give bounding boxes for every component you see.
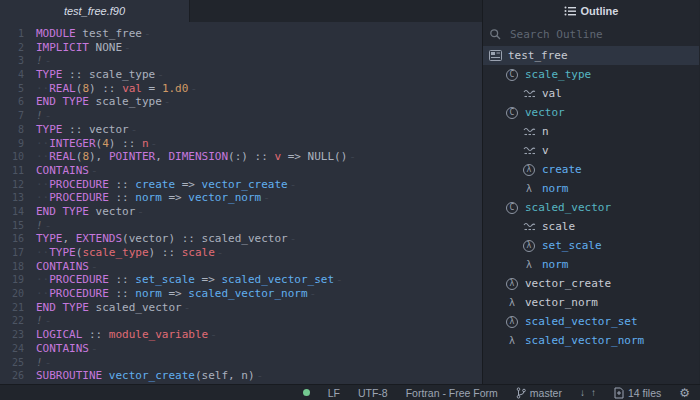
line-number: 15	[0, 219, 24, 233]
outline-item-label: scaled_vector_norm	[525, 334, 644, 347]
line-number: 9	[0, 137, 24, 151]
token-pl: ::	[109, 191, 136, 204]
token-kw: REAL	[49, 150, 76, 163]
outline-item-v[interactable]: v	[483, 141, 699, 160]
outline-item-scaled_vector_norm[interactable]: λscaled_vector_norm	[483, 331, 699, 350]
outline-item-label: v	[542, 144, 549, 157]
outline-item-scaled_vector_set[interactable]: λscaled_vector_set	[483, 312, 699, 331]
code-line-4: 4TYPE :: scale_type-	[0, 68, 482, 82]
outline-item-label: vector	[525, 106, 565, 119]
token-kw: END TYPE	[36, 301, 89, 314]
code-text: ··REAL(8) :: val = 1.d0-	[24, 82, 197, 96]
token-inv: -	[124, 41, 131, 54]
token-inv: -	[45, 109, 52, 122]
token-pl: ::	[109, 178, 136, 191]
language-indicator[interactable]: Fortran - Free Form	[406, 387, 498, 399]
code-line-23: 23LOGICAL :: module_variable-	[0, 328, 482, 342]
token-kw: EXTENDS	[76, 232, 122, 245]
token-kw: END TYPE	[36, 205, 89, 218]
outline-item-set_scale[interactable]: λset_scale	[483, 236, 699, 255]
token-kw: PROCEDURE	[49, 178, 109, 191]
linter-status-dot[interactable]	[303, 389, 310, 396]
token-inv: -	[157, 68, 164, 81]
outline-item-scale[interactable]: scale	[483, 217, 699, 236]
token-lead: ··	[36, 150, 49, 163]
file-icon	[614, 387, 624, 399]
editor-pane: test_free.f90 1MODULE test_free-2IMPLICI…	[0, 0, 483, 384]
code-editor[interactable]: 1MODULE test_free-2IMPLICIT NONE-3!-4TYP…	[0, 22, 482, 384]
outline-item-n[interactable]: n	[483, 122, 699, 141]
encoding-indicator[interactable]: UTF-8	[358, 387, 388, 399]
code-line-10: 10··REAL(8), POINTER, DIMENSION(:) :: v …	[0, 150, 482, 164]
token-kw: DIMENSION	[168, 150, 228, 163]
outline-item-label: scale	[542, 220, 575, 233]
token-pl: test_free	[76, 27, 142, 40]
outline-item-label: vector_norm	[525, 296, 598, 309]
line-number: 24	[0, 342, 24, 356]
token-kw: INTEGER	[49, 137, 95, 150]
code-text: ··REAL(8), POINTER, DIMENSION(:) :: v =>…	[24, 150, 356, 164]
lambda-icon: λ	[522, 183, 536, 194]
outline-item-vector[interactable]: Cvector	[483, 103, 699, 122]
outline-search-row	[483, 22, 699, 46]
outline-item-vector_norm[interactable]: λvector_norm	[483, 293, 699, 312]
code-line-15: 15!-	[0, 219, 482, 233]
outline-item-scale_type[interactable]: Cscale_type	[483, 65, 699, 84]
outline-item-val[interactable]: val	[483, 84, 699, 103]
git-sync-arrows[interactable]: ↓ ↑	[580, 387, 596, 398]
code-line-1: 1MODULE test_free-	[0, 27, 482, 41]
green-dot-icon	[303, 389, 310, 396]
tab-bar: test_free.f90	[0, 0, 482, 22]
token-inv: -	[257, 369, 264, 382]
outline-item-test_free[interactable]: test_free	[483, 46, 699, 65]
token-pl: ::	[109, 287, 136, 300]
code-text: ··PROCEDURE :: norm => scaled_vector_nor…	[24, 287, 316, 301]
line-ending-indicator[interactable]: LF	[328, 387, 340, 399]
search-icon	[489, 28, 502, 41]
token-inv: -	[45, 54, 52, 67]
token-num: 8	[82, 150, 89, 163]
line-number: 26	[0, 369, 24, 383]
token-lead: ··	[36, 191, 49, 204]
outline-item-vector_create[interactable]: λvector_create	[483, 274, 699, 293]
code-line-13: 13··PROCEDURE :: norm => vector_norm-	[0, 191, 482, 205]
code-line-8: 8TYPE :: vector-	[0, 123, 482, 137]
search-input[interactable]	[510, 28, 693, 41]
outline-item-label: vector_create	[525, 277, 611, 290]
code-text: ··TYPE(scale_type) :: scale-	[24, 246, 223, 260]
token-pl: NONE	[89, 41, 122, 54]
tab-test-free-f90[interactable]: test_free.f90	[0, 0, 190, 22]
class-icon: C	[505, 69, 519, 81]
outline-item-label: scaled_vector_set	[525, 315, 638, 328]
line-number: 17	[0, 246, 24, 260]
outline-item-norm[interactable]: λnorm	[483, 255, 699, 274]
line-number: 5	[0, 82, 24, 96]
token-pl: :: vector	[63, 123, 129, 136]
line-number: 4	[0, 68, 24, 82]
outline-item-norm[interactable]: λnorm	[483, 179, 699, 198]
outline-item-create[interactable]: λcreate	[483, 160, 699, 179]
git-branch-name: master	[530, 387, 562, 399]
git-branch-indicator[interactable]: master	[516, 387, 562, 399]
token-inv: -	[290, 232, 297, 245]
line-number: 21	[0, 301, 24, 315]
token-inv: -	[137, 205, 144, 218]
lambda-circle-icon: λ	[522, 164, 536, 176]
code-line-24: 24CONTAINS-	[0, 342, 482, 356]
lambda-circle-icon: λ	[522, 240, 536, 252]
gear-icon[interactable]: ⚙	[679, 386, 690, 400]
token-kw: LOGICAL	[36, 328, 82, 341]
token-pl: )	[89, 82, 96, 95]
outline-item-scaled_vector[interactable]: Cscaled_vector	[483, 198, 699, 217]
app-window: test_free.f90 1MODULE test_free-2IMPLICI…	[0, 0, 700, 400]
token-kw: TYPE	[36, 68, 63, 81]
file-count-indicator[interactable]: 14 files	[614, 387, 661, 399]
outline-title: Outline	[581, 5, 619, 17]
token-inv: -	[290, 178, 297, 191]
token-red: scale	[182, 246, 215, 259]
list-icon	[564, 5, 576, 17]
token-pl: ::	[109, 273, 136, 286]
code-text: !-	[24, 109, 51, 123]
token-pl: =>	[162, 191, 189, 204]
code-line-21: 21END TYPE scaled_vector-	[0, 301, 482, 315]
